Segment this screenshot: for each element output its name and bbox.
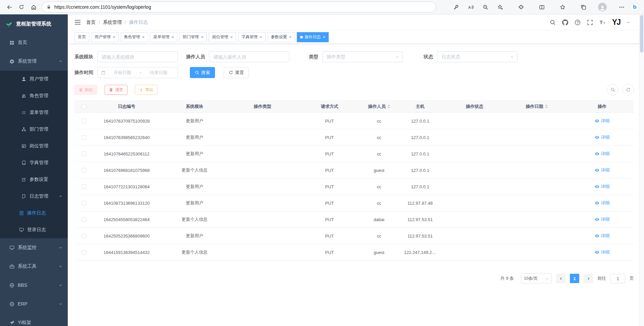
tab-home[interactable]: 首页 [74, 32, 89, 42]
tab-operation-log[interactable]: 操作日志× [297, 32, 329, 42]
row-checkbox[interactable] [82, 201, 87, 205]
help-icon[interactable]: ? [575, 19, 581, 25]
password-key-icon[interactable] [450, 1, 462, 13]
address-bar[interactable]: https://ccnetcore.com:1101/system/log/op… [42, 2, 436, 12]
tab-menu-mgmt[interactable]: 菜单管理× [150, 32, 177, 42]
sidebar-item-log-mgmt[interactable]: 日志管理 [0, 188, 68, 205]
github-icon[interactable] [562, 19, 568, 25]
font-size-icon[interactable]: TT [599, 19, 606, 25]
detail-link[interactable]: 详细 [595, 151, 610, 157]
zoom-out-icon[interactable] [479, 1, 491, 13]
collections-icon[interactable] [577, 1, 589, 13]
browser-back-button[interactable] [3, 1, 15, 13]
search-button[interactable]: 搜索 [190, 67, 215, 78]
close-icon[interactable]: × [171, 35, 174, 39]
sidebar-item-system-tools[interactable]: 系统工具 [0, 257, 68, 276]
sidebar-item-param-settings[interactable]: 参数设置 [0, 171, 68, 188]
search-toggle-button[interactable] [607, 84, 619, 95]
row-checkbox[interactable] [82, 119, 87, 123]
tab-param-settings[interactable]: 参数设置× [268, 32, 295, 42]
yj-logo[interactable]: YJ [612, 18, 620, 27]
column-header-date[interactable]: 操作日期 [503, 104, 570, 110]
sidebar-item-post-mgmt[interactable]: 岗位管理 [0, 138, 68, 154]
export-button[interactable]: 导出 [135, 85, 158, 95]
close-icon[interactable]: × [142, 35, 145, 39]
select-all-checkbox[interactable] [82, 104, 87, 109]
operator-input[interactable] [209, 51, 289, 62]
next-page-button[interactable] [584, 274, 593, 283]
breadcrumb-system-mgmt[interactable]: 系统管理 [103, 19, 122, 25]
read-aloud-icon[interactable]: A [465, 1, 477, 13]
date-range-picker[interactable]: 开始日期 - 结束日期 [97, 67, 178, 78]
detail-link[interactable]: 详细 [595, 167, 610, 173]
type-select[interactable]: 操作类型 [322, 51, 403, 62]
sidebar-item-home[interactable]: 首页 [0, 33, 68, 52]
page-scrollbar[interactable] [639, 14, 644, 326]
detail-link[interactable]: 详细 [595, 118, 610, 124]
sidebar-item-menu-mgmt[interactable]: 菜单管理 [0, 104, 68, 121]
add-favorite-icon[interactable] [494, 1, 506, 13]
sidebar-item-role-mgmt[interactable]: 角色管理 [0, 87, 68, 104]
status-select[interactable]: 日志状态 [437, 51, 518, 62]
tab-dict-mgmt[interactable]: 字典管理× [238, 32, 266, 42]
sidebar-item-user-mgmt[interactable]: 用户管理 [0, 71, 68, 87]
browser-home-button[interactable] [28, 1, 40, 13]
reset-button[interactable]: 重置 [224, 67, 249, 78]
close-icon[interactable]: × [113, 35, 115, 39]
browser-profile-avatar[interactable] [598, 3, 607, 11]
page-size-select[interactable]: 10条/页 [521, 273, 552, 283]
tab-post-mgmt[interactable]: 岗位管理× [209, 32, 236, 42]
favorites-bar-icon[interactable] [556, 1, 569, 13]
detail-link[interactable]: 详细 [595, 216, 610, 222]
row-checkbox[interactable] [82, 184, 87, 189]
row-checkbox[interactable] [82, 217, 87, 222]
close-icon[interactable]: × [289, 35, 292, 39]
tab-dept-mgmt[interactable]: 部门管理× [179, 32, 207, 42]
sidebar-item-yi-framework[interactable]: Yi框架 [0, 313, 68, 326]
goto-page-input[interactable] [610, 274, 625, 283]
row-checkbox[interactable] [82, 168, 87, 173]
detail-link[interactable]: 详细 [595, 200, 610, 206]
scrollbar-thumb[interactable] [640, 15, 643, 53]
sidebar-toggle-icon[interactable] [74, 19, 81, 25]
breadcrumb-home[interactable]: 首页 [86, 19, 96, 25]
sort-carets[interactable] [545, 105, 548, 108]
sidebar-item-system-mgmt[interactable]: 系统管理 [0, 52, 68, 71]
sidebar-item-dept-mgmt[interactable]: 部门管理 [0, 121, 68, 138]
detail-link[interactable]: 详细 [595, 184, 610, 190]
chevron-down-icon[interactable] [627, 20, 630, 24]
tab-role-mgmt[interactable]: 角色管理× [121, 32, 148, 42]
close-icon[interactable]: × [201, 35, 204, 39]
tab-user-mgmt[interactable]: 用户管理× [91, 32, 119, 42]
detail-link[interactable]: 详细 [595, 249, 610, 255]
sidebar-item-dict-mgmt[interactable]: 字典管理 [0, 154, 68, 171]
fullscreen-icon[interactable] [587, 19, 593, 25]
detail-link[interactable]: 详细 [595, 233, 610, 239]
row-checkbox[interactable] [82, 250, 87, 255]
clear-button[interactable]: 清空 [105, 85, 127, 95]
row-checkbox[interactable] [82, 234, 87, 238]
sidebar-item-login-log[interactable]: 登录日志 [0, 221, 68, 238]
column-header-operator[interactable]: 操作人员 [364, 104, 394, 110]
close-icon[interactable]: × [260, 35, 262, 39]
sidebar-item-erp[interactable]: ERP [0, 295, 68, 313]
close-icon[interactable]: × [323, 35, 325, 39]
more-options-icon[interactable] [615, 1, 628, 13]
sidebar-item-system-monitor[interactable]: 系统监控 [0, 238, 68, 257]
sort-carets[interactable] [387, 105, 390, 108]
bing-icon[interactable]: b [630, 3, 639, 12]
module-input[interactable] [97, 51, 178, 62]
search-icon[interactable] [550, 19, 556, 25]
browser-refresh-button[interactable] [15, 1, 28, 13]
refresh-table-button[interactable] [623, 84, 634, 95]
detail-link[interactable]: 详细 [595, 134, 610, 140]
extensions-icon[interactable] [515, 1, 527, 13]
sidebar-item-operation-log[interactable]: 操作日志 [0, 205, 68, 221]
delete-button[interactable]: 删除 [74, 85, 97, 95]
sidebar-item-bbs[interactable]: BBS [0, 276, 68, 295]
split-screen-icon[interactable] [536, 1, 548, 13]
row-checkbox[interactable] [82, 151, 87, 156]
close-icon[interactable]: × [230, 35, 233, 39]
row-checkbox[interactable] [82, 135, 87, 140]
prev-page-button[interactable] [556, 274, 566, 283]
